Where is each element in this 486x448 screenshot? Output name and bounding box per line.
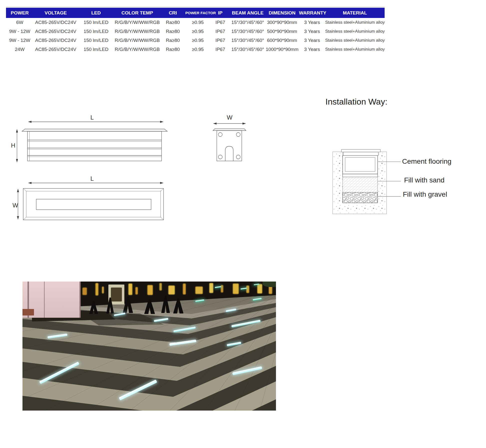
callout-fill-with-sand: Fill with sand [404, 176, 445, 184]
col-header-voltage: VOLTAGE [33, 8, 78, 18]
top-view-length-label: L [90, 175, 94, 182]
side-view-length-label: L [90, 114, 94, 121]
col-header-material: MATERIAL [325, 8, 385, 18]
led-light-bar [254, 284, 259, 285]
spec-row: 6WAC85-265V/DC24V150 lm/LEDR/G/B/Y/W/WW/… [6, 18, 385, 27]
led-light-bar [227, 342, 242, 346]
sand-layer [343, 177, 378, 192]
side-view-height-label: H [11, 142, 15, 149]
installation-title: Installation Way: [325, 97, 387, 107]
led-light-bar [169, 340, 196, 346]
spec-table: POWERVOLTAGELEDCOLOR TEMPCRIPOWER FACTOR… [6, 8, 385, 54]
spec-table-header-row: POWERVOLTAGELEDCOLOR TEMPCRIPOWER FACTOR… [6, 8, 385, 18]
col-header-led: LED [78, 8, 114, 18]
table-top-border [6, 7, 385, 7]
led-light-bar [232, 366, 262, 375]
spec-row: 9W - 12WAC85-265V/DC24V150 lm/LEDR/G/B/Y… [6, 27, 385, 36]
recessed-fixture [341, 149, 380, 177]
led-light-bar [215, 286, 221, 288]
led-light-bar [173, 326, 196, 332]
dimension-drawings: L H W [7, 114, 257, 226]
side-view-drawing [22, 129, 167, 161]
led-light-bar [154, 318, 169, 322]
led-bars-layer [22, 282, 276, 411]
installation-diagram [267, 145, 402, 220]
led-light-bar [119, 379, 157, 400]
led-light-bar [114, 312, 126, 316]
top-view-drawing [23, 188, 164, 220]
callout-cement-flooring: Cement flooring [402, 157, 452, 165]
col-header-power: POWER [6, 8, 33, 18]
led-light-bar [241, 288, 247, 290]
col-header-power-factor: POWER FACTOR [185, 8, 210, 18]
led-light-bar [253, 298, 262, 301]
led-light-bar [231, 320, 261, 327]
end-view-drawing [213, 129, 246, 161]
led-light-bar [195, 299, 204, 302]
spec-table-body: 6WAC85-265V/DC24V150 lm/LEDR/G/B/Y/W/WW/… [6, 18, 385, 54]
end-view-width-label: W [227, 114, 233, 121]
spec-row: 24WAC85-265V/DC24V150 lm/LEDR/G/B/Y/W/WW… [6, 45, 385, 54]
col-header-warranty: WARRANTY [299, 8, 325, 18]
gravel-layer [343, 192, 378, 203]
col-header-cri: CRI [160, 8, 185, 18]
spec-row: 9W - 12WAC85-265V/DC24V150 lm/LEDR/G/B/Y… [6, 36, 385, 45]
led-light-bar [47, 333, 67, 338]
col-header-color-temp: COLOR TEMP [114, 8, 160, 18]
top-view-width-label: W [12, 202, 18, 209]
installation-photo [22, 282, 276, 411]
led-light-bar [39, 362, 79, 384]
col-header-dimension: DIMENSION [265, 8, 299, 18]
led-light-bar [226, 308, 237, 312]
callout-fill-with-gravel: Fill with gravel [403, 190, 447, 198]
col-header-beam-angle: BEAM ANGLE [230, 8, 265, 18]
spec-sheet-page: POWERVOLTAGELEDCOLOR TEMPCRIPOWER FACTOR… [0, 0, 486, 448]
